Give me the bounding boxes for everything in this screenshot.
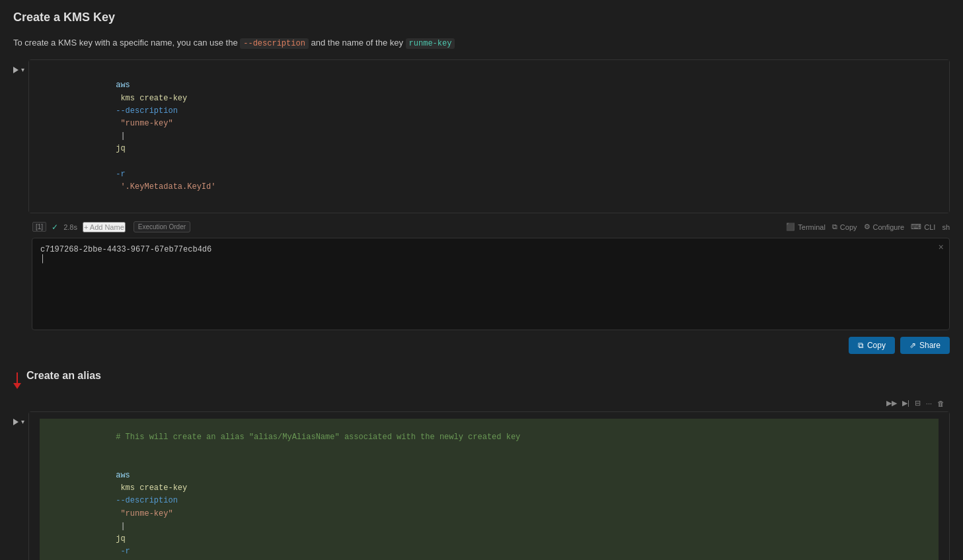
code-cell-1: ▾ aws kms create-key --description "runm… — [13, 59, 950, 235]
cli-icon-1: ⌨ — [911, 223, 921, 231]
terminal-btn-1[interactable]: ⬛ Terminal — [786, 223, 826, 231]
cell-1-code: aws kms create-key --description "runme-… — [29, 60, 949, 213]
share-btn-1[interactable]: ⇗ Share — [900, 337, 950, 354]
more-icon-2: ··· — [926, 400, 932, 407]
more-btn-2[interactable]: ··· — [926, 400, 932, 407]
section-description: To create a KMS key with a specific name… — [13, 36, 950, 50]
arrow-down-icon-2 — [13, 372, 21, 389]
exec-time-1: 2.8s — [63, 223, 77, 231]
section-heading-2: Create an alias — [26, 370, 101, 382]
copy-btn-toolbar-1[interactable]: ⧉ Copy — [832, 223, 857, 231]
run-button-1[interactable]: ▾ — [13, 66, 24, 73]
run-next-icon-2: ▶| — [902, 399, 909, 407]
chevron-icon-2: ▾ — [21, 418, 24, 425]
cell-2-code: # This will create an alias "alias/MyAli… — [29, 412, 949, 560]
run-all-icon-2: ▶▶ — [886, 399, 897, 407]
configure-icon-1: ⚙ — [864, 223, 870, 231]
cell-2-container: # This will create an alias "alias/MyAli… — [28, 411, 950, 560]
copy-icon-btn-1: ⧉ — [858, 341, 864, 350]
output-area-1: × c7197268-2bbe-4433-9677-67eb77ecb4d6 │… — [32, 238, 950, 354]
flag-code: --description — [240, 38, 309, 49]
code-cell-2: ▶▶ ▶| ⊟ ··· 🗑 — [13, 398, 950, 560]
cell-status-1: ✓ — [52, 223, 58, 232]
output-cursor-1: │ — [40, 254, 45, 263]
copy-output-btn-1[interactable]: ⧉ Copy — [849, 337, 895, 354]
section-create-alias: Create an alias ▶▶ ▶| ⊟ ··· 🗑 — [13, 370, 950, 560]
copy-icon-1: ⧉ — [832, 223, 837, 231]
terminal-icon-1: ⬛ — [786, 223, 795, 231]
key-code: runme-key — [406, 38, 455, 49]
delete-btn-2[interactable]: 🗑 — [937, 400, 944, 407]
section-heading-row-2: Create an alias — [13, 370, 950, 391]
copy-share-row-1: ⧉ Copy ⇗ Share — [32, 337, 950, 354]
collapse-btn-2[interactable]: ⊟ — [915, 399, 921, 407]
configure-btn-1[interactable]: ⚙ Configure — [864, 223, 905, 231]
chevron-icon: ▾ — [21, 66, 24, 73]
delete-icon-2: 🗑 — [937, 400, 944, 407]
sh-btn-1[interactable]: sh — [942, 223, 950, 231]
output-text-1: c7197268-2bbe-4433-9677-67eb77ecb4d6 — [40, 245, 212, 254]
run-button-2[interactable]: ▾ — [13, 418, 24, 425]
add-name-btn-1[interactable]: + Add Name — [83, 222, 126, 232]
cell-1-container: aws kms create-key --description "runme-… — [28, 59, 950, 213]
share-icon-1: ⇗ — [909, 341, 916, 350]
page-title: Create a KMS Key — [13, 11, 950, 24]
run-all-btn-2[interactable]: ▶▶ — [886, 399, 897, 407]
collapse-icon-2: ⊟ — [915, 399, 921, 407]
output-close-btn-1[interactable]: × — [939, 242, 944, 253]
run-next-btn-2[interactable]: ▶| — [902, 399, 909, 407]
section-create-kms-key: To create a KMS key with a specific name… — [13, 36, 950, 354]
execution-order-badge: Execution Order — [134, 221, 190, 232]
output-block-1: × c7197268-2bbe-4433-9677-67eb77ecb4d6 │ — [32, 238, 950, 330]
cell-number-1: [1] — [32, 222, 46, 232]
cli-btn-1[interactable]: ⌨ CLI — [911, 223, 935, 231]
